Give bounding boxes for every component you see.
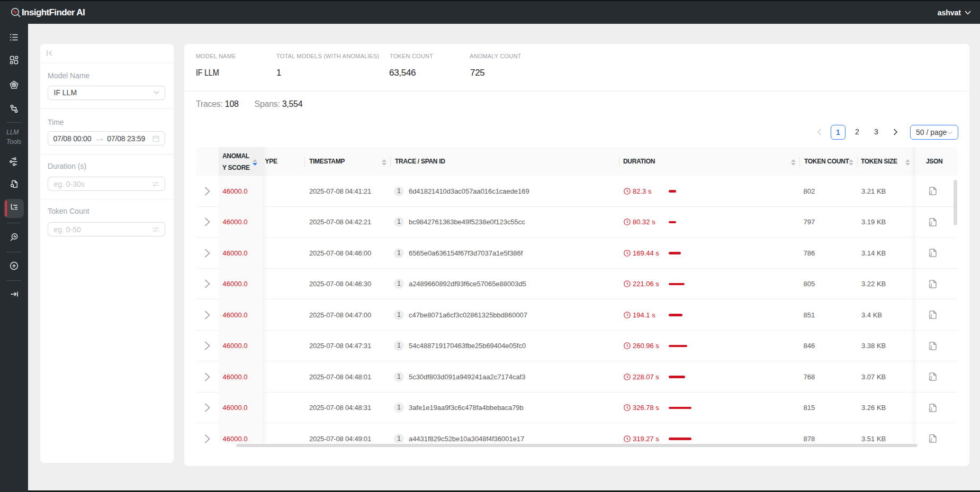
svg-text:{ }: { } [929,375,932,380]
svg-text:{ }: { } [929,344,932,349]
svg-text:{ }: { } [929,221,932,225]
svg-text:{ }: { } [929,251,932,256]
svg-text:{ }: { } [929,283,932,287]
svg-text:{ }: { } [929,437,932,442]
svg-text:{ }: { } [929,313,932,318]
svg-text:{ }: { } [929,406,932,411]
svg-text:{ }: { } [929,189,932,194]
